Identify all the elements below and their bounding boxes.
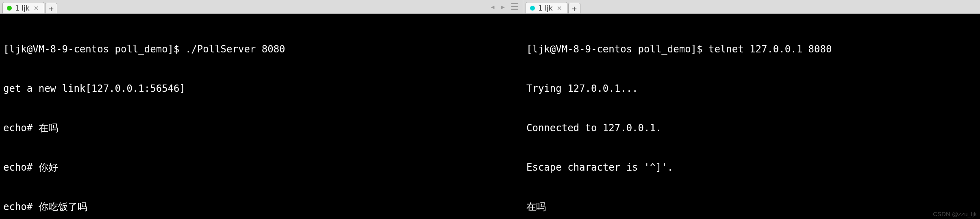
tabbar-left: 1 ljk × + ◂ ▸ ☰ [0, 0, 523, 14]
tab-label: 1 ljk [15, 4, 30, 12]
status-dot-icon [530, 6, 535, 11]
tabbar-nav-left: ◂ ▸ ☰ [489, 2, 521, 13]
plus-icon: + [572, 4, 577, 13]
terminal-line: Connected to 127.0.0.1. [526, 121, 977, 134]
terminal-pane-left: 1 ljk × + ◂ ▸ ☰ [ljk@VM-8-9-centos poll_… [0, 0, 523, 219]
new-tab-button[interactable]: + [45, 3, 57, 13]
terminal-line: 在吗 [526, 200, 977, 213]
tab-label: 1 ljk [538, 4, 553, 12]
close-icon[interactable]: × [556, 4, 563, 12]
terminal-line: [ljk@VM-8-9-centos poll_demo]$ telnet 12… [526, 43, 977, 56]
tab-left-1[interactable]: 1 ljk × [2, 2, 44, 13]
terminal-line: echo# 在吗 [3, 121, 519, 134]
terminal-line: get a new link[127.0.0.1:56546] [3, 82, 519, 95]
terminal-line: [ljk@VM-8-9-centos poll_demo]$ ./PollSer… [3, 43, 519, 56]
terminal-right[interactable]: [ljk@VM-8-9-centos poll_demo]$ telnet 12… [523, 14, 980, 219]
new-tab-button[interactable]: + [568, 3, 580, 13]
terminal-line: Trying 127.0.0.1... [526, 82, 977, 95]
tab-right-1[interactable]: 1 ljk × [526, 2, 567, 13]
terminal-left[interactable]: [ljk@VM-8-9-centos poll_demo]$ ./PollSer… [0, 14, 523, 219]
nav-prev-icon[interactable]: ◂ [489, 2, 497, 12]
nav-menu-icon[interactable]: ☰ [509, 2, 520, 11]
terminal-line: echo# 你好 [3, 161, 519, 174]
plus-icon: + [49, 4, 54, 13]
status-dot-icon [7, 6, 12, 11]
close-icon[interactable]: × [33, 4, 40, 12]
terminal-pane-right: 1 ljk × + [ljk@VM-8-9-centos poll_demo]$… [523, 0, 980, 219]
nav-next-icon[interactable]: ▸ [499, 2, 507, 12]
terminal-line: echo# 你吃饭了吗 [3, 200, 519, 213]
tabbar-right: 1 ljk × + [523, 0, 980, 14]
terminal-line: Escape character is '^]'. [526, 161, 977, 174]
